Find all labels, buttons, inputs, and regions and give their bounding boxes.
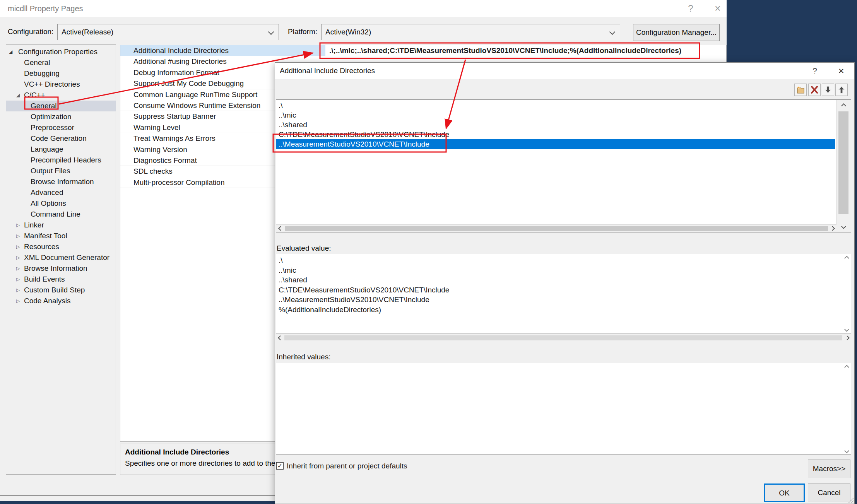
configuration-tree: ◢Configuration Properties General Debugg…: [6, 44, 116, 475]
move-up-icon: [837, 85, 846, 94]
chevron-down-icon: [609, 29, 616, 35]
tree-item-advanced[interactable]: Advanced: [6, 187, 116, 198]
configuration-value: Active(Release): [62, 24, 113, 40]
scroll-right-icon[interactable]: [828, 225, 836, 232]
platform-label: Platform:: [288, 23, 317, 40]
collapsed-arrow-icon[interactable]: ▷: [16, 220, 20, 231]
main-titlebar[interactable]: micdll Property Pages ? ×: [0, 0, 727, 17]
new-line-icon: [796, 85, 805, 94]
help-button[interactable]: ?: [682, 0, 700, 17]
inherited-values-box[interactable]: [276, 363, 851, 455]
scroll-down-icon[interactable]: [843, 326, 850, 332]
dialog-title: Additional Include Directories: [280, 63, 375, 79]
evaluated-line: .\: [276, 255, 851, 265]
collapsed-arrow-icon[interactable]: ▷: [16, 274, 20, 285]
scroll-down-icon[interactable]: [843, 448, 850, 453]
additional-include-directories-dialog: Additional Include Directories ? ×: [275, 62, 855, 504]
scroll-left-icon[interactable]: [276, 225, 285, 232]
property-row-additional-include-directories[interactable]: Additional Include Directories .\;..\mic…: [120, 45, 726, 56]
delete-icon: [810, 85, 819, 94]
evaluated-horizontal-scrollbar[interactable]: [276, 334, 851, 342]
configuration-manager-button[interactable]: Configuration Manager...: [633, 24, 720, 41]
move-up-button[interactable]: [835, 84, 848, 96]
chevron-down-icon: [268, 29, 274, 35]
inherit-checkbox[interactable]: ✓: [276, 462, 284, 470]
scroll-right-icon[interactable]: [843, 334, 851, 342]
collapsed-arrow-icon[interactable]: ▷: [16, 231, 20, 241]
directories-listbox[interactable]: .\ ..\mic ..\shared C:\TDE\MeasurementSt…: [276, 99, 851, 232]
window-title: micdll Property Pages: [8, 0, 83, 17]
collapsed-arrow-icon[interactable]: ▷: [16, 252, 20, 263]
collapsed-arrow-icon[interactable]: ▷: [16, 285, 20, 296]
scroll-left-icon[interactable]: [276, 334, 284, 342]
tree-item-manifest-tool[interactable]: ▷Manifest Tool: [6, 231, 116, 241]
list-vertical-scrollbar[interactable]: [836, 100, 851, 232]
dialog-titlebar[interactable]: Additional Include Directories ? ×: [275, 63, 854, 79]
evaluated-line: ..\mic: [276, 265, 851, 275]
directory-list-item[interactable]: .\: [276, 101, 835, 110]
resize-grip[interactable]: [848, 497, 854, 503]
new-line-button[interactable]: [794, 84, 807, 96]
tree-item-resources[interactable]: ▷Resources: [6, 241, 116, 252]
tree-item-configuration-properties[interactable]: ◢Configuration Properties: [6, 46, 116, 57]
tree-item-linker[interactable]: ▷Linker: [6, 220, 116, 231]
evaluated-line: ..\shared: [276, 275, 851, 285]
evaluated-value-box[interactable]: .\ ..\mic ..\shared C:\TDE\MeasurementSt…: [276, 254, 851, 333]
scrollbar-thumb[interactable]: [838, 111, 848, 214]
help-button[interactable]: ?: [806, 63, 824, 79]
collapsed-arrow-icon[interactable]: ▷: [16, 263, 20, 274]
platform-select[interactable]: Active(Win32): [321, 24, 620, 40]
scroll-up-icon[interactable]: [843, 364, 850, 370]
scroll-up-icon[interactable]: [836, 101, 851, 111]
evaluated-value-label: Evaluated value:: [277, 244, 331, 253]
tree-item-c-cpp-general[interactable]: General: [6, 101, 116, 111]
expanded-arrow-icon[interactable]: ◢: [16, 90, 20, 101]
macros-button[interactable]: Macros>>: [808, 460, 850, 478]
close-icon[interactable]: ×: [709, 0, 727, 17]
tree-item-code-analysis[interactable]: ▷Code Analysis: [6, 296, 116, 306]
tree-item-browse-information-2[interactable]: ▷Browse Information: [6, 263, 116, 274]
tree-item-command-line[interactable]: Command Line: [6, 209, 116, 220]
property-value-additional-include-directories[interactable]: .\;..\mic;..\shared;C:\TDE\MeasurementSt…: [325, 45, 726, 56]
scroll-down-icon[interactable]: [836, 221, 851, 231]
directory-list-item[interactable]: ..\shared: [276, 120, 835, 130]
collapsed-arrow-icon[interactable]: ▷: [16, 241, 20, 252]
cancel-button[interactable]: Cancel: [808, 483, 850, 502]
tree-item-all-options[interactable]: All Options: [6, 198, 116, 209]
close-icon[interactable]: ×: [832, 63, 850, 79]
tree-item-build-events[interactable]: ▷Build Events: [6, 274, 116, 285]
tree-item-code-generation[interactable]: Code Generation: [6, 133, 116, 144]
directory-list-item[interactable]: C:\TDE\MeasurementStudioVS2010\VCNET\Inc…: [276, 130, 835, 139]
configuration-label: Configuration:: [8, 23, 53, 40]
tree-item-debugging[interactable]: Debugging: [6, 68, 116, 79]
list-horizontal-scrollbar[interactable]: [276, 224, 836, 232]
tree-item-output-files[interactable]: Output Files: [6, 166, 116, 176]
tree-item-vc-directories[interactable]: VC++ Directories: [6, 79, 116, 90]
ok-button[interactable]: OK: [764, 483, 805, 502]
platform-value: Active(Win32): [325, 24, 371, 40]
evaluated-line: %(AdditionalIncludeDirectories): [276, 305, 851, 315]
configuration-select[interactable]: Active(Release): [57, 24, 279, 40]
tree-item-preprocessor[interactable]: Preprocessor: [6, 122, 116, 133]
scrollbar-thumb[interactable]: [284, 335, 842, 340]
inherit-checkbox-label: Inherit from parent or project defaults: [287, 461, 407, 471]
tree-item-xml-document-generator[interactable]: ▷XML Document Generator: [6, 252, 116, 263]
desktop-background: micdll Property Pages ? × Configuration:…: [0, 0, 857, 504]
move-down-icon: [824, 85, 832, 94]
tree-item-precompiled-headers[interactable]: Precompiled Headers: [6, 155, 116, 166]
collapsed-arrow-icon[interactable]: ▷: [16, 296, 20, 306]
expanded-arrow-icon[interactable]: ◢: [9, 46, 12, 57]
move-down-button[interactable]: [822, 84, 834, 96]
evaluated-line: C:\TDE\MeasurementStudioVS2010\VCNET\Inc…: [276, 285, 851, 295]
scroll-up-icon[interactable]: [843, 255, 850, 261]
tree-item-browse-information[interactable]: Browse Information: [6, 176, 116, 187]
tree-item-c-cpp[interactable]: ◢C/C++: [6, 90, 116, 101]
delete-button[interactable]: [808, 84, 821, 96]
tree-item-custom-build-step[interactable]: ▷Custom Build Step: [6, 285, 116, 296]
tree-item-general[interactable]: General: [6, 57, 116, 68]
tree-item-language[interactable]: Language: [6, 144, 116, 155]
directory-list-item[interactable]: ..\mic: [276, 110, 835, 120]
scrollbar-thumb[interactable]: [285, 226, 828, 231]
tree-item-optimization[interactable]: Optimization: [6, 111, 116, 122]
directory-list-item-selected[interactable]: ..\MeasurementStudioVS2010\VCNET\Include: [276, 139, 835, 149]
